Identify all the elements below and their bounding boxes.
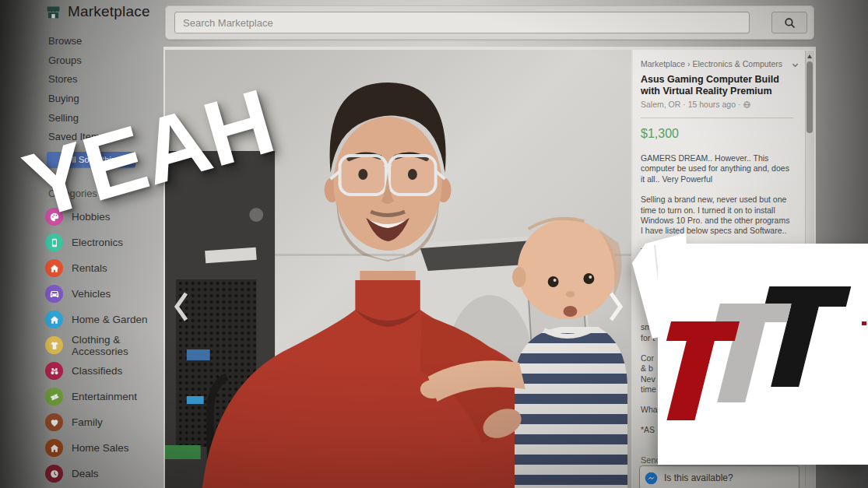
category-label: Home Sales — [72, 442, 162, 454]
sidebar-item-saved-items[interactable]: Saved Items — [48, 127, 104, 146]
description-paragraph-obscured: smafor t — [641, 322, 793, 343]
ticket-icon — [45, 388, 63, 405]
app-window: Marketplace BrowseGroupsStoresBuyingSell… — [0, 0, 868, 488]
description-paragraph-obscured: *AS — [641, 425, 793, 435]
globe-icon — [743, 100, 751, 109]
photo-prev-button[interactable] — [173, 286, 193, 327]
search-bar — [165, 5, 814, 40]
store-icon — [45, 4, 61, 20]
category-label: Vehicles — [72, 288, 162, 300]
divider — [641, 118, 793, 118]
sidebar-categories: HobbiesElectronicsRentalsVehiclesHome & … — [45, 204, 163, 486]
heart-icon — [45, 413, 63, 431]
house-icon — [45, 439, 63, 457]
listing-meta: Salem, OR · 15 hours ago · — [641, 100, 793, 109]
listing-details: Marketplace › Electronics & Computers As… — [641, 59, 793, 446]
sidebar-nav: BrowseGroupsStoresBuyingSellingSaved Ite… — [48, 31, 104, 146]
category-label: Deals — [72, 468, 162, 479]
sidebar-category-entertainment[interactable]: Entertainment — [45, 384, 163, 409]
scrollbar-up-arrow[interactable] — [807, 54, 812, 58]
phone-icon — [45, 233, 63, 251]
description-paragraph-obscured: ThisDDRramhae — [641, 247, 793, 298]
palette-icon — [45, 208, 63, 226]
listing-price: $1,300 — [641, 127, 793, 141]
description-line-fragment: ram — [641, 267, 793, 277]
sidebar-item-buying[interactable]: Buying — [48, 89, 104, 108]
description-paragraph: Selling a brand new, never used but one … — [641, 195, 793, 237]
description-line-fragment: time — [641, 384, 793, 395]
sidebar-item-groups[interactable]: Groups — [48, 51, 104, 70]
sidebar-item-selling[interactable]: Selling — [48, 108, 104, 128]
category-label: Hobbies — [72, 211, 162, 223]
car-icon — [45, 285, 63, 303]
listing-photo-image — [165, 50, 631, 488]
description-paragraph-obscured: Cor& bNevtime — [641, 353, 793, 395]
description-line-fragment: DDR — [641, 257, 793, 267]
sidebar-category-classifieds[interactable]: Classifieds — [45, 358, 163, 384]
search-icon — [783, 16, 796, 30]
sidebar-category-vehicles[interactable]: Vehicles — [45, 281, 163, 307]
category-label: Rentals — [72, 262, 162, 274]
brand-label: Marketplace — [68, 3, 150, 20]
sidebar-category-home-garden[interactable]: Home & Garden — [45, 307, 163, 332]
message-input[interactable] — [662, 472, 794, 484]
sidebar-category-rentals[interactable]: Rentals — [45, 255, 163, 281]
category-label: Entertainment — [72, 391, 162, 402]
marketplace-brand[interactable]: Marketplace — [45, 3, 150, 20]
description-line-fragment: Wha — [641, 405, 793, 415]
description-line-fragment: e — [641, 288, 793, 298]
sidebar-category-clothing-accessories[interactable]: Clothing & Accessories — [45, 332, 163, 358]
house-icon — [45, 259, 63, 277]
description-paragraph: GAMERS DREAM.. However.. This computer b… — [641, 153, 793, 184]
sidebar-category-deals[interactable]: Deals — [45, 461, 163, 486]
photo-next-button[interactable] — [607, 286, 627, 327]
listing-meta-text: Salem, OR · 15 hours ago · — [641, 100, 740, 109]
clock-icon — [45, 465, 63, 483]
description-line-fragment: for t — [641, 333, 793, 343]
sidebar-category-family[interactable]: Family — [45, 409, 163, 435]
search-button[interactable] — [771, 12, 807, 33]
category-label: Classifieds — [72, 365, 162, 377]
description-line-fragment: Cor — [641, 353, 793, 363]
chevron-right-icon — [607, 289, 624, 325]
binoculars-icon — [45, 362, 63, 380]
listing-description: GAMERS DREAM.. However.. This computer b… — [641, 153, 793, 237]
listing-title: Asus Gaming Computer Build with Virtual … — [641, 74, 793, 97]
chevron-left-icon — [173, 289, 190, 325]
description-paragraph-obscured: Wha — [641, 405, 793, 415]
messenger-icon — [645, 472, 658, 485]
sell-button[interactable]: Sell Something — [47, 152, 135, 167]
description-line-fragment: sma — [641, 322, 793, 332]
search-input[interactable] — [174, 12, 750, 33]
categories-heading: Categories — [48, 188, 97, 199]
listing-panel: Marketplace › Electronics & Computers As… — [633, 50, 815, 488]
description-line-fragment: ha — [641, 278, 793, 288]
listing-description-obscured: ThisDDRramhaesmafor tCor& bNevtimeWha*AS — [641, 247, 793, 436]
send-message-label: Send seller a message — [641, 455, 728, 465]
category-label: Home & Garden — [72, 314, 162, 325]
sidebar-category-electronics[interactable]: Electronics — [45, 230, 163, 255]
house-icon — [45, 311, 63, 328]
category-label: Electronics — [72, 237, 162, 248]
description-line-fragment: This — [641, 247, 793, 257]
sidebar-item-browse[interactable]: Browse — [48, 31, 104, 51]
breadcrumb[interactable]: Marketplace › Electronics & Computers — [641, 59, 793, 68]
sidebar-item-stores[interactable]: Stores — [48, 69, 104, 89]
description-line-fragment: & b — [641, 363, 793, 374]
message-box — [639, 465, 799, 488]
category-label: Clothing & Accessories — [72, 334, 162, 357]
scrollbar-thumb[interactable] — [807, 61, 813, 133]
shirt-icon — [45, 336, 63, 354]
category-label: Family — [72, 416, 162, 428]
sidebar-category-home-sales[interactable]: Home Sales — [45, 435, 163, 461]
chevron-down-icon[interactable] — [791, 61, 799, 69]
sidebar-category-hobbies[interactable]: Hobbies — [45, 204, 163, 230]
description-line-fragment: *AS — [641, 425, 793, 435]
listing-photo[interactable] — [165, 50, 631, 488]
description-line-fragment: Nev — [641, 374, 793, 384]
